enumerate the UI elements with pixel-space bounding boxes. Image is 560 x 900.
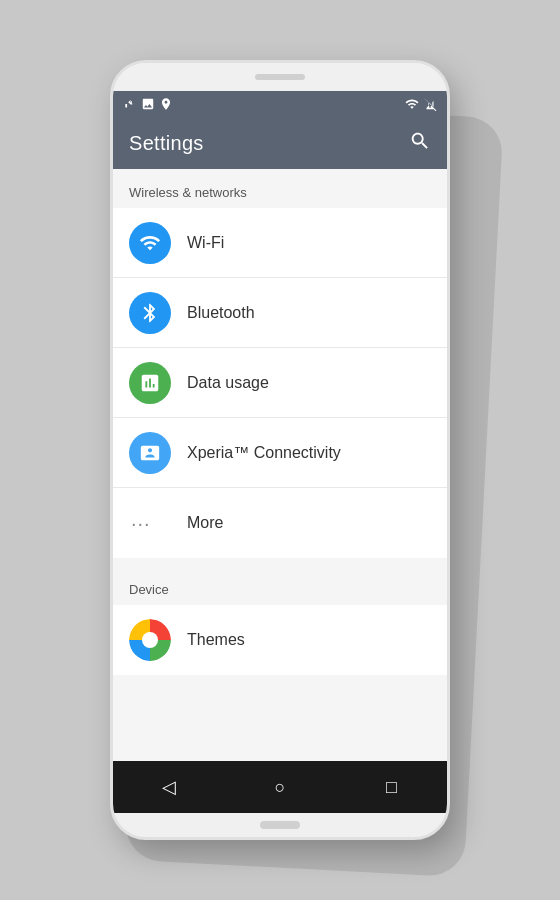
location-icon	[159, 97, 173, 111]
data-usage-item[interactable]: Data usage	[113, 348, 447, 418]
device-section-header: Device	[113, 566, 447, 605]
xperia-icon	[139, 442, 161, 464]
more-icon-circle: ···	[129, 502, 171, 544]
wireless-settings-list: Wi-Fi Bluetooth	[113, 208, 447, 558]
back-button[interactable]: ◁	[149, 767, 189, 807]
more-label: More	[187, 514, 223, 532]
themes-label: Themes	[187, 631, 245, 649]
svg-point-0	[142, 632, 158, 648]
more-item[interactable]: ··· More	[113, 488, 447, 558]
bluetooth-icon	[139, 302, 161, 324]
wifi-icon	[139, 232, 161, 254]
xperia-label: Xperia™ Connectivity	[187, 444, 341, 462]
xperia-item[interactable]: Xperia™ Connectivity	[113, 418, 447, 488]
settings-content: Wireless & networks Wi-Fi	[113, 169, 447, 761]
data-usage-label: Data usage	[187, 374, 269, 392]
phone-speaker	[255, 74, 305, 80]
bluetooth-label: Bluetooth	[187, 304, 255, 322]
page-title: Settings	[129, 132, 204, 155]
image-status-icon	[141, 97, 155, 111]
device-settings-list: Themes	[113, 605, 447, 675]
wireless-section-header: Wireless & networks	[113, 169, 447, 208]
usb-icon	[123, 97, 137, 111]
bottom-nav: ◁ ○ □	[113, 761, 447, 813]
app-bar: Settings	[113, 117, 447, 169]
recents-button[interactable]: □	[371, 767, 411, 807]
home-button[interactable]: ○	[260, 767, 300, 807]
section-divider	[113, 558, 447, 566]
data-icon	[139, 372, 161, 394]
wifi-status-icon	[405, 97, 419, 111]
status-bar-left	[123, 97, 173, 111]
wifi-item[interactable]: Wi-Fi	[113, 208, 447, 278]
themes-item[interactable]: Themes	[113, 605, 447, 675]
bluetooth-item[interactable]: Bluetooth	[113, 278, 447, 348]
themes-icon-circle	[129, 619, 171, 661]
xperia-icon-circle	[129, 432, 171, 474]
status-bar-right	[405, 97, 437, 111]
more-dots-icon: ···	[131, 513, 151, 533]
wifi-icon-circle	[129, 222, 171, 264]
status-bar	[113, 91, 447, 117]
phone-home-button	[260, 821, 300, 829]
phone-top-bar	[113, 63, 447, 91]
bluetooth-icon-circle	[129, 292, 171, 334]
phone-bottom-bar	[113, 813, 447, 837]
themes-icon	[129, 619, 171, 661]
signal-icon	[423, 97, 437, 111]
search-button[interactable]	[409, 130, 431, 157]
data-icon-circle	[129, 362, 171, 404]
wifi-label: Wi-Fi	[187, 234, 224, 252]
